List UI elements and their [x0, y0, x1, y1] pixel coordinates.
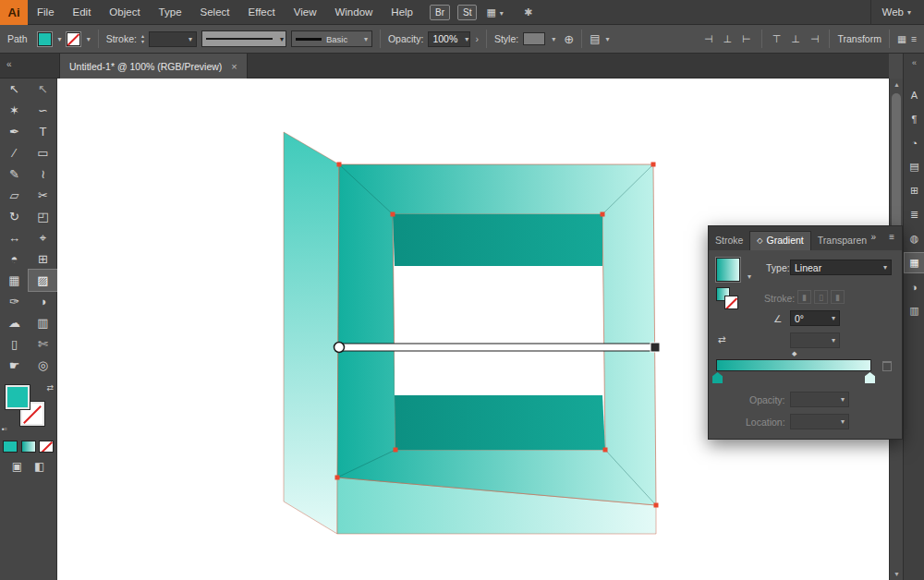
blend-tool[interactable]: ◑ [29, 291, 57, 312]
aspect-ratio-dropdown[interactable]: ▾ [790, 332, 840, 348]
stroke-within-icon[interactable]: ▮ [797, 290, 811, 304]
stroke-weight-stepper[interactable]: ▴ ▾ [141, 33, 144, 44]
mesh-tool[interactable]: ▦ [0, 270, 29, 291]
color-button[interactable] [3, 441, 18, 453]
tab-stroke[interactable]: Stroke [709, 232, 749, 250]
gradient-stop-right[interactable] [865, 372, 875, 383]
collapse-tools-icon[interactable]: « [6, 59, 12, 69]
menu-window[interactable]: Window [325, 0, 382, 25]
opacity-field[interactable]: 100% ▾ [428, 31, 470, 47]
symbols-panel-icon[interactable]: ⊞ [905, 181, 924, 200]
workspace-switcher[interactable]: Web ▾ [870, 0, 924, 25]
menu-help[interactable]: Help [382, 0, 422, 25]
style-dropdown[interactable]: ▾ [523, 32, 555, 45]
menu-select[interactable]: Select [191, 0, 239, 25]
symbol-sprayer-tool[interactable]: ☁ [0, 312, 29, 333]
cc-sparkle-icon[interactable]: ✱ [524, 6, 532, 18]
menu-effect[interactable]: Effect [239, 0, 285, 25]
align-middle-icon[interactable]: ⊥ [788, 33, 803, 45]
swap-fill-stroke-icon[interactable]: ⇄ [46, 383, 54, 393]
perspective-grid-tool[interactable]: ⊞ [29, 248, 57, 270]
gradient-swatch[interactable] [716, 258, 740, 282]
selection-tool[interactable]: ↖ [0, 79, 29, 100]
scale-tool[interactable]: ◰ [29, 206, 57, 227]
free-transform-tool[interactable]: ⌖ [29, 227, 57, 248]
appearance-panel-icon[interactable]: ◍ [905, 229, 924, 248]
menu-view[interactable]: View [285, 0, 326, 25]
panel-menu-icon[interactable]: ≡ [911, 33, 917, 44]
zoom-tool[interactable]: ◎ [29, 355, 57, 376]
midpoint-icon[interactable]: ◆ [792, 350, 796, 357]
cube-left-face[interactable] [284, 132, 339, 534]
tab-gradient[interactable]: ◇ Gradient [749, 231, 810, 250]
column-graph-tool[interactable]: ▥ [29, 312, 57, 333]
gradient-stop-left[interactable] [712, 372, 723, 383]
swatches-panel-icon[interactable]: ▤ [905, 157, 924, 176]
globe-icon[interactable]: ⊕ [564, 32, 574, 46]
scissors-tool[interactable]: ✂ [29, 185, 57, 206]
draw-normal-icon[interactable]: ▣ [12, 460, 22, 473]
menu-type[interactable]: Type [150, 0, 191, 25]
angle-dropdown[interactable]: 0° ▾ [790, 310, 840, 326]
stop-opacity-dropdown[interactable]: ▾ [790, 392, 849, 407]
reverse-gradient-icon[interactable]: ⇄ [718, 333, 726, 344]
width-tool[interactable]: ↔ [0, 227, 29, 248]
shape-builder-tool[interactable]: ◓ [0, 248, 29, 270]
gradient-slider[interactable] [716, 359, 871, 371]
menu-object[interactable]: Object [100, 0, 149, 25]
rotate-tool[interactable]: ↻ [0, 206, 29, 227]
pen-tool[interactable]: ✒ [0, 121, 29, 142]
eraser-tool[interactable]: ▱ [0, 185, 29, 206]
gradient-stroke-proxy[interactable] [724, 296, 738, 309]
tab-transparency[interactable]: Transparen [811, 232, 873, 250]
arrange-documents-icon[interactable]: ▦▾ [486, 6, 503, 18]
rectangle-tool[interactable]: ▭ [29, 142, 57, 163]
bridge-button[interactable]: Br [430, 5, 450, 20]
align-top-icon[interactable]: ⊤ [770, 33, 784, 45]
screen-mode-icon[interactable]: ◧ [34, 460, 44, 473]
eyedropper-tool[interactable]: ✑ [0, 291, 29, 312]
panel-menu-icon[interactable]: ≡ [889, 232, 894, 242]
close-tab-icon[interactable]: × [231, 61, 237, 72]
lasso-tool[interactable]: ∽ [29, 100, 57, 121]
scroll-up-icon[interactable]: ▲ [890, 81, 904, 88]
gradient-button[interactable] [21, 441, 36, 453]
direct-selection-tool[interactable]: ↖ [29, 79, 57, 100]
isolate-icon[interactable]: ▦ [897, 33, 906, 44]
brush-definition-dropdown[interactable]: Basic ▾ [291, 30, 372, 47]
align-left-icon[interactable]: ⊣ [701, 33, 716, 45]
menu-edit[interactable]: Edit [64, 0, 101, 25]
transparency-panel-icon[interactable]: ◑ [905, 277, 924, 296]
expand-panels-icon[interactable]: « [904, 58, 924, 67]
gradient-panel-icon[interactable]: ▦ [905, 253, 924, 272]
align-bottom-icon[interactable]: ⊣ [808, 33, 822, 45]
cube-inner-bottom-wall[interactable] [395, 395, 605, 450]
gradient-end-handle[interactable] [650, 343, 660, 352]
stock-button[interactable]: St [457, 5, 477, 20]
gradient-type-dropdown[interactable]: Linear ▾ [790, 260, 892, 275]
stroke-panel-icon[interactable]: ≣ [905, 205, 924, 224]
fill-proxy[interactable] [6, 385, 30, 409]
align-center-icon[interactable]: ⊥ [721, 33, 736, 45]
stroke-across-icon[interactable]: ▮ [831, 290, 845, 304]
artboard-tool[interactable]: ▯ [0, 333, 29, 355]
panel-chevrons-icon[interactable]: » [870, 232, 876, 242]
hand-tool[interactable]: ☛ [0, 355, 29, 376]
stroke-color-dropdown[interactable]: ▾ [67, 32, 91, 46]
stop-location-dropdown[interactable]: ▾ [790, 414, 849, 429]
scroll-down-icon[interactable]: ▼ [890, 571, 904, 577]
slice-tool[interactable]: ✄ [29, 333, 57, 355]
type-tool[interactable]: T [29, 121, 57, 142]
stroke-weight-field[interactable]: ▾ [149, 31, 197, 47]
gradient-annotator-bar[interactable] [339, 344, 656, 351]
delete-stop-icon[interactable] [882, 361, 892, 371]
cube-inner-top-wall[interactable] [393, 214, 602, 266]
stepper-down-icon[interactable]: ▾ [141, 39, 144, 44]
gradient-annotator[interactable] [334, 343, 661, 353]
gradient-start-handle[interactable] [334, 343, 345, 353]
default-fill-stroke-icon[interactable]: ▪▫ [2, 425, 7, 433]
paintbrush-tool[interactable]: ✎ [0, 163, 29, 185]
color-panel-icon[interactable]: ◔ [905, 133, 924, 152]
pencil-tool[interactable]: ≀ [29, 163, 57, 185]
align-right-icon[interactable]: ⊢ [739, 33, 754, 45]
